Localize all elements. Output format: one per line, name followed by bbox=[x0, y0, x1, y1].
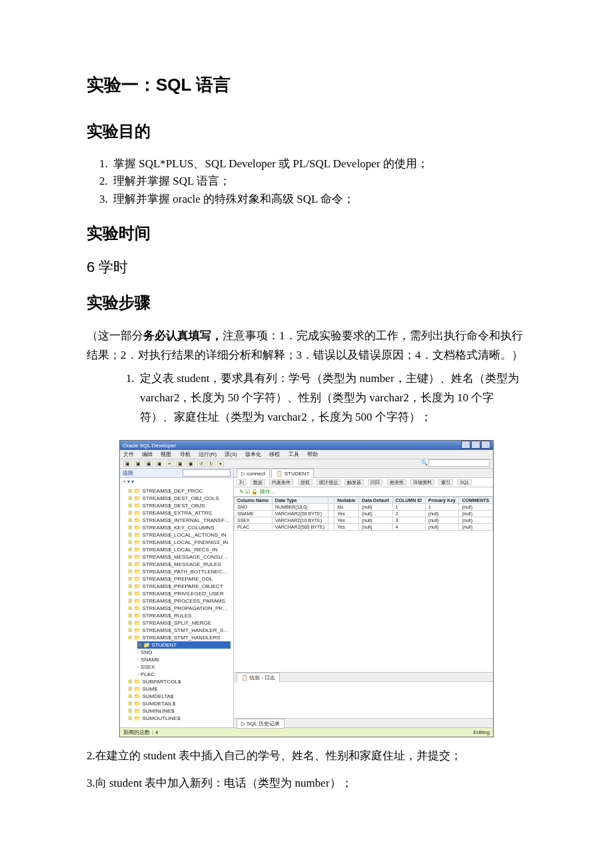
local-actions[interactable]: ✎ ☑ 🔓 操作... bbox=[239, 489, 275, 495]
tree-node[interactable]: SUMOUTLINE$ bbox=[128, 715, 231, 722]
search-input[interactable] bbox=[428, 459, 490, 467]
grid-header[interactable]: Nullable bbox=[334, 497, 359, 504]
tree-node[interactable]: SUMINLINE$ bbox=[128, 707, 231, 715]
menu-item[interactable]: 运行(R) bbox=[199, 451, 217, 457]
tree-node[interactable]: SUMDETAIL$ bbox=[128, 700, 231, 707]
grid-header[interactable]: Data Default bbox=[358, 497, 392, 504]
grid-header-row: Column Name Data Type Nullable Data Defa… bbox=[235, 497, 493, 504]
tree-node[interactable]: STREAMS$_PRIVILEGED_USER bbox=[128, 590, 231, 597]
tree-node[interactable]: STREAMS$_RULES bbox=[128, 612, 231, 619]
menu-item[interactable]: 源(S) bbox=[225, 451, 237, 457]
main-tabs[interactable]: ▷ connect 📋 STUDENT bbox=[234, 469, 493, 478]
toolbar-icon[interactable]: ▣ bbox=[187, 461, 195, 467]
subtab[interactable]: 数据 bbox=[251, 479, 265, 485]
tree-node[interactable]: STREAMS$_STMT_HANDLER_STMTS bbox=[128, 627, 231, 634]
local-toolbar[interactable]: ✎ ☑ 🔓 操作... bbox=[234, 487, 493, 497]
tree-node[interactable]: STREAMS$_LOCAL_FINDINGS_IN bbox=[128, 539, 231, 546]
tree-node[interactable]: SUMDELTA$ bbox=[128, 693, 231, 700]
tree-node[interactable]: STREAMS$_LOCAL_ACTIONS_IN bbox=[128, 531, 231, 539]
menu-item[interactable]: 移植 bbox=[269, 451, 280, 457]
toolbar-icon[interactable]: ✂ bbox=[166, 461, 174, 467]
maximize-icon[interactable] bbox=[471, 441, 480, 449]
tree-node[interactable]: STREAMS$_KEY_COLUMNS bbox=[128, 524, 231, 531]
steps-intro-open: （这一部分 bbox=[87, 329, 143, 342]
tree-node[interactable]: STREAMS$_PROCESS_PARAMS bbox=[128, 597, 231, 605]
tree-node[interactable]: STREAMS$_PREPARE_OBJECT bbox=[128, 583, 231, 590]
connections-controls[interactable]: + ▾ ▾ bbox=[120, 478, 233, 486]
tree-node[interactable]: STREAMS$_MESSAGE_RULES bbox=[128, 561, 231, 568]
menu-item[interactable]: 帮助 bbox=[307, 451, 318, 457]
subtab[interactable]: 统计信息 bbox=[316, 479, 340, 485]
tree-node[interactable]: SUM$ bbox=[128, 685, 231, 693]
tree-leaf[interactable]: PLAC bbox=[137, 671, 231, 678]
subtab[interactable]: 列 bbox=[237, 479, 247, 485]
subtab[interactable]: 详细资料 bbox=[410, 479, 434, 485]
toolbar-icons[interactable]: ▣▣▣▣✂▣▣↺↻▾ bbox=[123, 459, 226, 468]
grid-header[interactable]: COLUMN ID bbox=[392, 497, 425, 504]
grid-row[interactable]: PLAC VARCHAR2(500 BYTE) Yes (null) 4 (nu… bbox=[235, 524, 493, 531]
tree-node[interactable]: STREAMS$_EXTRA_ATTRS bbox=[128, 509, 231, 517]
toolbar-icon[interactable]: ▣ bbox=[134, 461, 143, 467]
cell: SNAME bbox=[235, 511, 273, 517]
tree-node[interactable]: SUBPARTCOL$ bbox=[128, 678, 231, 685]
lower-tabs[interactable]: ▷ SQL 历史记录 bbox=[234, 718, 493, 727]
menu-item[interactable]: 工具 bbox=[289, 451, 299, 457]
subtabs[interactable]: 列 数据 约束条件 授权 统计信息 触发器 闪回 相关性 详细资料 索引 SQL bbox=[234, 478, 493, 487]
toolbar-icon[interactable]: ▣ bbox=[155, 461, 164, 467]
tree-node[interactable]: STREAMS$_PATH_BOTTLENECK_IN bbox=[128, 568, 231, 575]
grid-row[interactable]: SNO NUMBER(10,0) No (null) 1 1 (null) bbox=[235, 504, 493, 511]
toolbar-icon[interactable]: ↻ bbox=[207, 461, 215, 467]
grid-row[interactable]: SSEX VARCHAR2(10 BYTE) Yes (null) 3 (nul… bbox=[235, 517, 493, 524]
subtab[interactable]: 相关性 bbox=[387, 479, 406, 485]
toolbar-icon[interactable]: ▣ bbox=[176, 461, 185, 467]
tree-node[interactable]: STREAMS$_INTERNAL_TRANSFORM bbox=[128, 517, 231, 524]
subtab[interactable]: 闪回 bbox=[368, 479, 382, 485]
tree-leaf[interactable]: SSEX bbox=[137, 663, 231, 671]
tree-node-selected[interactable]: STUDENT bbox=[137, 641, 231, 649]
messages-tab[interactable]: 📋 信息 - 日志 bbox=[234, 672, 493, 682]
subtab[interactable]: 索引 bbox=[438, 479, 453, 485]
tree-node[interactable]: STREAMS$_DEST_OBJS bbox=[128, 502, 231, 509]
close-icon[interactable] bbox=[481, 441, 490, 449]
window-controls[interactable] bbox=[460, 441, 490, 450]
minimize-icon[interactable] bbox=[461, 441, 470, 449]
tree-node[interactable]: STREAMS$_DEST_OBJ_COLS bbox=[128, 495, 231, 502]
menu-item[interactable]: 版本化 bbox=[245, 451, 261, 457]
subtab[interactable]: 触发器 bbox=[344, 479, 364, 485]
menubar[interactable]: 文件 编辑 视图 导航 运行(R) 源(S) 版本化 移植 工具 帮助 bbox=[120, 450, 493, 459]
status-right: Editing bbox=[474, 728, 490, 737]
tree-node[interactable]: STREAMS$_SPLIT_MERGE bbox=[128, 619, 231, 627]
toolbar-icon[interactable]: ▾ bbox=[217, 461, 224, 467]
grid-header[interactable]: Primary Key bbox=[425, 497, 459, 504]
tree-node[interactable]: STREAMS$_STMT_HANDLERS bbox=[128, 634, 231, 641]
tree-node[interactable]: STREAMS$_MESSAGE_CONSUMERS bbox=[128, 553, 231, 561]
connections-filter-input[interactable] bbox=[183, 469, 231, 477]
grid-row[interactable]: SNAME VARCHAR2(50 BYTE) Yes (null) 2 (nu… bbox=[235, 511, 493, 517]
tree-node[interactable]: STREAMS$_DEF_PROC bbox=[128, 487, 231, 495]
tab-student[interactable]: 📋 STUDENT bbox=[271, 469, 314, 478]
grid-header[interactable]: Column Name bbox=[235, 497, 273, 504]
tree-node[interactable]: STREAMS$_PREPARE_DDL bbox=[128, 575, 231, 583]
subtab[interactable]: 授权 bbox=[298, 479, 312, 485]
toolbar-icon[interactable]: ▣ bbox=[123, 461, 132, 467]
grid-header[interactable]: COMMENTS bbox=[459, 497, 493, 504]
menu-item[interactable]: 文件 bbox=[123, 451, 134, 457]
object-tree[interactable]: STREAMS$_DEF_PROC STREAMS$_DEST_OBJ_COLS… bbox=[120, 486, 233, 727]
menu-item[interactable]: 导航 bbox=[180, 451, 191, 457]
grid-header[interactable]: Data Type bbox=[272, 497, 328, 504]
subtab[interactable]: SQL bbox=[457, 479, 472, 485]
tree-leaf[interactable]: SNAME bbox=[137, 656, 231, 663]
toolbar-icon[interactable]: ▣ bbox=[145, 461, 153, 467]
tree-node[interactable]: STREAMS$_PROPAGATION_PROCS bbox=[128, 605, 231, 612]
toolbar-icon[interactable]: ↺ bbox=[197, 461, 205, 467]
tab-connect[interactable]: ▷ connect bbox=[237, 469, 270, 478]
messages-area bbox=[234, 682, 493, 718]
menu-item[interactable]: 视图 bbox=[161, 451, 171, 457]
sql-history-tab[interactable]: ▷ SQL 历史记录 bbox=[237, 719, 285, 729]
grid-header[interactable] bbox=[328, 497, 334, 504]
subtab[interactable]: 约束条件 bbox=[269, 479, 293, 485]
tree-leaf[interactable]: SNO bbox=[137, 649, 231, 656]
menu-item[interactable]: 编辑 bbox=[142, 451, 153, 457]
tree-node[interactable]: STREAMS$_LOCAL_RECS_IN bbox=[128, 546, 231, 553]
messages-tab-label[interactable]: 📋 信息 - 日志 bbox=[237, 673, 280, 683]
